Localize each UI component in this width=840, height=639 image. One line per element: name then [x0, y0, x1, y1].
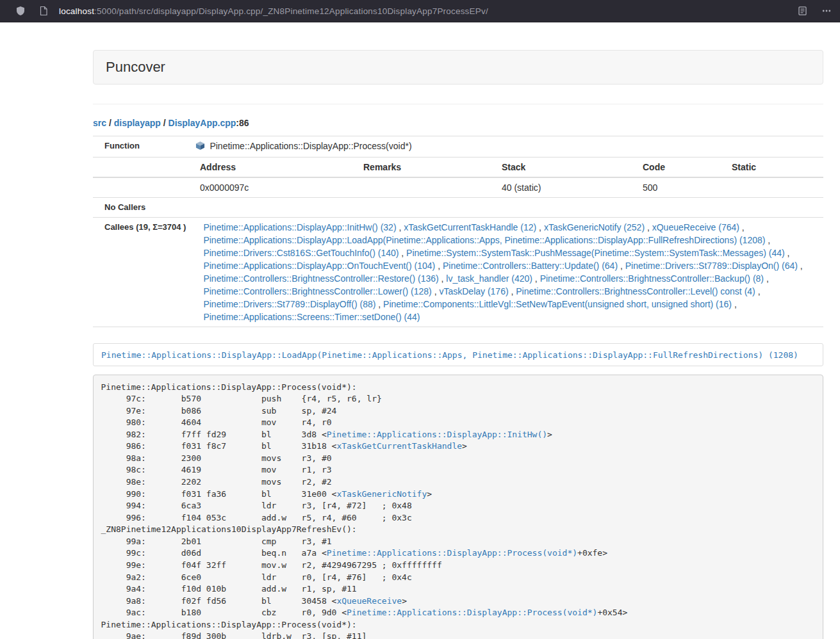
column-static: Static	[718, 158, 823, 177]
value-stack: 40 (static)	[488, 177, 629, 197]
metrics-header-row: Address Remarks Stack Code Static	[93, 158, 823, 177]
code-symbol-link[interactable]: Pinetime::Applications::DisplayApp::Proc…	[327, 548, 577, 558]
more-actions-icon[interactable]	[819, 3, 834, 19]
function-name: Pinetime::Applications::DisplayApp::Proc…	[210, 141, 411, 151]
divider	[93, 104, 823, 104]
value-static	[718, 177, 823, 197]
breadcrumb: src / displayapp / DisplayApp.cpp:86	[93, 117, 823, 130]
reader-view-icon[interactable]	[795, 3, 810, 19]
code-symbol-link[interactable]: Pinetime::Applications::DisplayApp::Init…	[327, 430, 547, 439]
function-row: Function Pinetime::Applications::Display…	[93, 136, 823, 158]
url-path: :5000/path/src/displayapp/DisplayApp.cpp…	[94, 6, 488, 16]
callee-link[interactable]: Pinetime::Applications::DisplayApp::Load…	[203, 235, 765, 245]
metrics-value-row: 0x0000097c 40 (static) 500	[93, 177, 823, 197]
breadcrumb-link[interactable]: displayapp	[114, 118, 161, 128]
no-callers-cell	[189, 198, 823, 218]
callee-link[interactable]: Pinetime::System::SystemTask::PushMessag…	[406, 248, 785, 258]
code-symbol-link[interactable]: xTaskGetCurrentTaskHandle	[336, 441, 462, 451]
no-callers-label: No Callers	[93, 198, 189, 218]
spacer-cell	[93, 158, 186, 177]
callee-link[interactable]: Pinetime::Controllers::BrightnessControl…	[203, 286, 431, 296]
no-callers-row: No Callers	[93, 198, 823, 218]
callees-label: Callees (19, Σ=3704 )	[93, 218, 189, 327]
highlighted-callee-box: Pinetime::Applications::DisplayApp::Load…	[93, 343, 823, 366]
page-info-icon[interactable]	[36, 3, 51, 19]
shield-icon[interactable]	[13, 3, 28, 19]
breadcrumb-link[interactable]: src	[93, 118, 106, 128]
symbol-info-table: Function Pinetime::Applications::Display…	[93, 136, 823, 327]
breadcrumb-link[interactable]: DisplayApp.cpp	[169, 118, 236, 128]
toolbar-right-icons	[786, 3, 834, 19]
page-content: Puncover src / displayapp / DisplayApp.c…	[93, 50, 823, 639]
function-row-label: Function	[93, 136, 189, 158]
callees-cell: Pinetime::Applications::DisplayApp::Init…	[189, 218, 823, 327]
breadcrumb-line-number: :86	[236, 118, 249, 128]
app-title-panel: Puncover	[93, 50, 823, 85]
url-host: localhost	[59, 6, 94, 16]
column-stack: Stack	[488, 158, 629, 177]
function-name-cell: Pinetime::Applications::DisplayApp::Proc…	[189, 136, 823, 158]
column-remarks: Remarks	[349, 158, 488, 177]
callee-link[interactable]: Pinetime::Components::LittleVgl::SetNewT…	[383, 299, 732, 309]
callee-link[interactable]: Pinetime::Controllers::Battery::Update()…	[443, 261, 618, 271]
highlighted-callee-link[interactable]: Pinetime::Applications::DisplayApp::Load…	[101, 350, 798, 360]
column-address: Address	[186, 158, 349, 177]
callee-link[interactable]: xTaskGetCurrentTaskHandle (12)	[404, 222, 536, 232]
callee-link[interactable]: lv_task_handler (420)	[446, 273, 532, 284]
browser-toolbar: localhost:5000/path/src/displayapp/Displ…	[0, 0, 840, 22]
app-title: Puncover	[106, 59, 165, 75]
value-address: 0x0000097c	[186, 177, 349, 197]
code-symbol-link[interactable]: xQueueReceive	[336, 596, 402, 606]
column-code: Code	[629, 158, 718, 177]
metrics-cell: Address Remarks Stack Code Static 0x0000…	[93, 158, 823, 198]
callee-link[interactable]: xQueueReceive (764)	[652, 222, 739, 232]
callee-link[interactable]: Pinetime::Controllers::BrightnessControl…	[516, 286, 755, 296]
callee-link[interactable]: Pinetime::Controllers::BrightnessControl…	[540, 273, 764, 284]
spacer-cell	[93, 177, 186, 197]
callee-link[interactable]: Pinetime::Drivers::St7789::DisplayOn() (…	[625, 261, 798, 271]
callees-row: Callees (19, Σ=3704 ) Pinetime::Applicat…	[93, 218, 823, 327]
metrics-row: Address Remarks Stack Code Static 0x0000…	[93, 158, 823, 198]
disassembly-block: Pinetime::Applications::DisplayApp::Proc…	[93, 375, 823, 639]
callee-link[interactable]: Pinetime::Controllers::BrightnessControl…	[203, 273, 438, 284]
callee-link[interactable]: xTaskGenericNotify (252)	[544, 222, 645, 232]
callee-link[interactable]: vTaskDelay (176)	[439, 286, 508, 296]
callee-link[interactable]: Pinetime::Drivers::Cst816S::GetTouchInfo…	[203, 248, 399, 258]
callee-link[interactable]: Pinetime::Applications::DisplayApp::OnTo…	[203, 261, 435, 271]
url-text: localhost:5000/path/src/displayapp/Displ…	[59, 6, 488, 16]
value-code: 500	[629, 177, 718, 197]
code-symbol-link[interactable]: xTaskGenericNotify	[336, 489, 427, 499]
callee-link[interactable]: Pinetime::Drivers::St7789::DisplayOff() …	[203, 299, 375, 309]
code-symbol-link[interactable]: Pinetime::Applications::DisplayApp::Proc…	[347, 608, 597, 617]
function-icon	[195, 141, 205, 154]
value-remarks	[349, 177, 488, 197]
callee-link[interactable]: Pinetime::Applications::DisplayApp::Init…	[203, 222, 396, 232]
callee-link[interactable]: Pinetime::Applications::Screens::Timer::…	[203, 312, 420, 322]
metrics-table: Address Remarks Stack Code Static 0x0000…	[93, 158, 823, 197]
url-bar[interactable]: localhost:5000/path/src/displayapp/Displ…	[36, 1, 786, 20]
